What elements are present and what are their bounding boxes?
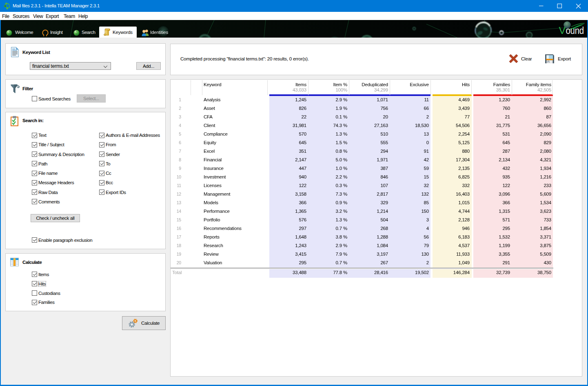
svg-text:V: V <box>559 25 566 36</box>
svg-text:ound: ound <box>566 25 584 36</box>
